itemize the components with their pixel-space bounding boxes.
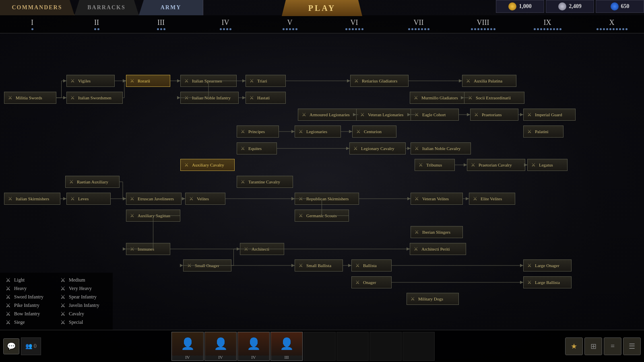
unit-tribunus[interactable]: ⚔Tribunus <box>415 159 455 171</box>
unit-iberian-slingers[interactable]: ⚔Iberian Slingers <box>411 226 463 238</box>
legend-bow: ⚔Bow Infantry <box>6 311 52 317</box>
unit-hastati[interactable]: ⚔Hastati <box>246 92 286 104</box>
col-header-x: X <box>580 15 644 33</box>
unit-legatus[interactable]: ⚔Legatus <box>527 159 568 171</box>
unit-italian-spearmen[interactable]: ⚔Italian Spearmen <box>180 75 237 87</box>
unit-velites[interactable]: ⚔Velites <box>185 193 225 205</box>
menu-button[interactable]: ☰ <box>623 337 641 355</box>
unit-auxiliary-sagittan[interactable]: ⚔Auxiliary Sagittan <box>126 210 180 222</box>
list-button[interactable]: ≡ <box>604 337 621 355</box>
unit-immunes[interactable]: ⚔Immunes <box>126 243 170 255</box>
unit-veteran-legionaries[interactable]: ⚔Veteran Legionaries <box>356 109 417 121</box>
unit-principes[interactable]: ⚔Principes <box>237 125 279 138</box>
army-slot-6[interactable] <box>369 332 402 361</box>
unit-icon-italian-swordsmen: ⚔ <box>68 94 76 102</box>
unit-etruscan-javelineers[interactable]: ⚔Etruscan Javelineers <box>126 193 182 205</box>
unit-icon-republican-skirmishers: ⚔ <box>297 195 305 203</box>
unit-retiarius-gladiators[interactable]: ⚔Retiarius Gladiators <box>350 75 409 87</box>
unit-architecti-periti[interactable]: ⚔Architecti Periti <box>410 243 466 255</box>
unit-legionary-cavalry[interactable]: ⚔Legionary Cavalry <box>349 142 406 154</box>
unit-label-onager: Onager <box>363 280 376 285</box>
army-slot-2[interactable]: 👤IV <box>237 332 270 361</box>
unit-ballista[interactable]: ⚔Ballista <box>351 259 392 272</box>
unit-label-architecti-periti: Architecti Periti <box>421 247 450 251</box>
unit-label-raetian-auxiliary: Raetian Auxiliary <box>77 179 108 184</box>
silver-value: 2,409 <box>569 3 582 10</box>
svg-marker-87 <box>520 281 523 284</box>
unit-icon-velites: ⚔ <box>187 195 195 203</box>
col-header-viii: VIII <box>451 15 515 33</box>
unit-republican-skirmishers[interactable]: ⚔Republican Skirmishers <box>295 193 359 205</box>
unit-italian-swordsmen[interactable]: ⚔Italian Swordsmen <box>66 92 123 104</box>
unit-small-ballista[interactable]: ⚔Small Ballista <box>295 259 343 272</box>
unit-centurion[interactable]: ⚔Centurion <box>352 125 396 138</box>
svg-marker-57 <box>407 197 411 200</box>
slot-portrait-0: 👤 <box>172 332 203 356</box>
army-slot-1[interactable]: 👤IV <box>204 332 237 361</box>
nav-tab-army[interactable]: ARMY <box>139 0 203 15</box>
svg-marker-3 <box>63 79 66 82</box>
unit-triari[interactable]: ⚔Triari <box>246 75 286 87</box>
unit-large-ballista[interactable]: ⚔Large Ballista <box>523 276 572 288</box>
unit-small-onager[interactable]: ⚔Small Onager <box>183 259 231 272</box>
unit-veteran-velites[interactable]: ⚔Veteran Velites <box>411 193 463 205</box>
unit-armoured-legionaries[interactable]: ⚔Armoured Legionaries <box>298 109 358 121</box>
bow-icon: ⚔ <box>6 311 11 317</box>
unit-imperial-guard[interactable]: ⚔Imperial Guard <box>523 109 576 121</box>
svg-marker-59 <box>466 197 469 200</box>
unit-label-centurion: Centurion <box>364 129 382 134</box>
unit-equites[interactable]: ⚔Equites <box>237 142 277 154</box>
special-icon: ⚔ <box>60 319 66 326</box>
unit-tarantine-cavalry[interactable]: ⚔Tarantine Cavalry <box>237 176 293 188</box>
unit-germanic-scouts[interactable]: ⚔Germanic Scouts <box>295 210 349 222</box>
unit-label-militia-swords: Militia Swords <box>16 95 42 100</box>
favorites-button[interactable]: ★ <box>565 337 583 355</box>
army-slot-4[interactable] <box>303 332 336 361</box>
unit-auxilia-palatina[interactable]: ⚔Auxilia Palatina <box>462 75 516 87</box>
unit-palatini[interactable]: ⚔Palatini <box>523 125 564 138</box>
army-slot-5[interactable] <box>336 332 369 361</box>
svg-marker-49 <box>63 197 66 200</box>
army-slot-7[interactable] <box>402 332 435 361</box>
unit-italian-skirmishers[interactable]: ⚔Italian Skirmishers <box>4 193 60 205</box>
army-slot-3[interactable]: 👤III <box>270 332 303 361</box>
unit-murmillo-gladiators[interactable]: ⚔Murmillo Gladiators <box>410 92 470 104</box>
unit-elite-velites[interactable]: ⚔Elite Velites <box>469 193 515 205</box>
unit-large-onager[interactable]: ⚔Large Onager <box>523 259 572 272</box>
unit-militia-swords[interactable]: ⚔Militia Swords <box>4 92 56 104</box>
unit-icon-rorarii: ⚔ <box>128 77 136 85</box>
unit-onager[interactable]: ⚔Onager <box>351 276 392 288</box>
column-headers: IIIIIIIVVVIVIIVIIIIXX <box>0 15 644 33</box>
legend-cavalry: ⚔Cavalry <box>60 311 107 317</box>
slot-portrait-1: 👤 <box>205 332 236 356</box>
unit-praetorian-cavalry[interactable]: ⚔Praetorian Cavalry <box>467 159 525 171</box>
cavalry-icon: ⚔ <box>60 311 66 317</box>
svg-marker-55 <box>291 197 295 200</box>
unit-leves[interactable]: ⚔Leves <box>66 193 111 205</box>
nav-tab-commanders[interactable]: COMMANDERS <box>0 0 74 15</box>
unit-auxiliary-cavalry[interactable]: ⚔Auxiliary Cavalry <box>180 159 235 171</box>
unit-military-dogs[interactable]: ⚔Military Dogs <box>407 293 459 305</box>
unit-italian-noble-infantry[interactable]: ⚔Italian Noble Infantry <box>180 92 239 104</box>
army-slot-0[interactable]: 👤IV <box>171 332 204 361</box>
unit-praetorians[interactable]: ⚔Praetorians <box>470 109 518 121</box>
svg-marker-71 <box>291 197 295 200</box>
unit-rorarii[interactable]: ⚔Rorarii <box>126 75 170 87</box>
unit-socii-extraordinarii[interactable]: ⚔Socii Extraordinarii <box>464 92 524 104</box>
unit-icon-large-ballista: ⚔ <box>525 278 533 286</box>
unit-label-architecti: Architecti <box>252 247 269 251</box>
unit-eagle-cohort[interactable]: ⚔Eagle Cohort <box>411 109 459 121</box>
unit-icon-raetian-auxiliary: ⚔ <box>67 178 75 186</box>
legend-label-heavy: Heavy <box>14 286 27 292</box>
unit-raetian-auxiliary[interactable]: ⚔Raetian Auxiliary <box>65 176 120 188</box>
play-button[interactable]: PLAY <box>282 0 362 16</box>
unit-vigiles[interactable]: ⚔Vigiles <box>66 75 115 87</box>
resource-silver: 2,409 <box>546 0 594 13</box>
grid-button[interactable]: ⊞ <box>584 337 602 355</box>
unit-architecti[interactable]: ⚔Architecti <box>240 243 284 255</box>
unit-italian-noble-cavalry[interactable]: ⚔Italian Noble Cavalry <box>411 142 471 154</box>
unit-legionaries[interactable]: ⚔Legionaries <box>295 125 341 138</box>
chat-button[interactable]: 💬 <box>3 338 19 354</box>
nav-tab-barracks[interactable]: BARRACKS <box>74 0 139 15</box>
unit-count[interactable]: 👥 0 <box>21 337 41 355</box>
